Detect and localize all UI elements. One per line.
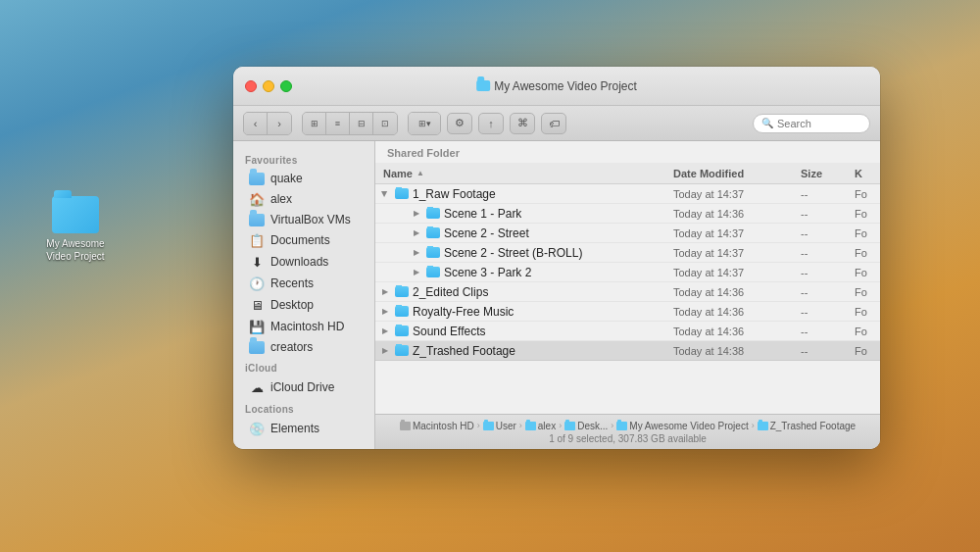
file-name: 1_Raw Footage bbox=[413, 187, 496, 201]
sidebar-item-desktop[interactable]: 🖥 Desktop bbox=[237, 294, 370, 316]
breadcrumb-item[interactable]: Desk... bbox=[564, 421, 608, 431]
minimize-button[interactable] bbox=[263, 80, 274, 92]
file-date: Today at 14:36 bbox=[669, 326, 797, 337]
table-row[interactable]: ▶ Scene 2 - Street Today at 14:37 -- Fo bbox=[375, 224, 880, 243]
maximize-button[interactable] bbox=[280, 80, 292, 92]
breadcrumb-label: Macintosh HD bbox=[413, 421, 474, 431]
downloads-icon: ⬇ bbox=[249, 254, 265, 270]
breadcrumb-item[interactable]: User bbox=[483, 421, 516, 431]
sidebar-item-label: VirtualBox VMs bbox=[270, 213, 351, 226]
sidebar-item-creators[interactable]: creators bbox=[237, 337, 370, 357]
search-input[interactable] bbox=[777, 118, 861, 129]
folder-icon bbox=[426, 208, 440, 219]
desktop-icon[interactable]: My AwesomeVideo Project bbox=[41, 196, 110, 263]
sidebar-item-recents[interactable]: 🕐 Recents bbox=[237, 273, 370, 294]
shared-folder-label: Shared Folder bbox=[375, 141, 880, 163]
file-name-cell: ▶ 1_Raw Footage bbox=[375, 187, 669, 201]
breadcrumb-item[interactable]: alex bbox=[525, 421, 556, 431]
sidebar-item-label: alex bbox=[270, 192, 292, 206]
file-name-cell: ▶ Royalty-Free Music bbox=[375, 305, 669, 319]
gallery-view-button[interactable]: ⊡ bbox=[373, 113, 397, 134]
file-date: Today at 14:36 bbox=[669, 208, 797, 220]
folder-icon bbox=[564, 422, 575, 430]
file-name: Scene 2 - Street (B-ROLL) bbox=[444, 246, 582, 260]
breadcrumb-separator: › bbox=[559, 421, 562, 430]
folder-icon bbox=[426, 227, 440, 238]
column-name[interactable]: Name ▲ bbox=[375, 168, 669, 179]
sidebar-item-quake[interactable]: quake bbox=[237, 169, 370, 188]
sidebar-item-virtualbox[interactable]: VirtualBox VMs bbox=[237, 210, 370, 229]
sidebar-item-documents[interactable]: 📋 Documents bbox=[237, 229, 370, 251]
expand-arrow[interactable]: ▶ bbox=[379, 306, 391, 318]
expand-arrow[interactable]: ▶ bbox=[379, 188, 391, 200]
breadcrumb-separator: › bbox=[519, 421, 522, 430]
view-buttons: ⊞ ≡ ⊟ ⊡ bbox=[302, 112, 398, 135]
expand-arrow[interactable]: ▶ bbox=[411, 208, 422, 220]
table-row[interactable]: ▶ Sound Effects Today at 14:36 -- Fo bbox=[375, 322, 880, 341]
search-bar[interactable]: 🔍 bbox=[753, 114, 870, 133]
sidebar-item-elements[interactable]: 💿 Elements bbox=[237, 418, 370, 439]
file-name-cell: ▶ 2_Edited Clips bbox=[375, 285, 669, 299]
tag-button[interactable]: 🏷 bbox=[541, 113, 566, 134]
icon-view-button[interactable]: ⊞ bbox=[303, 113, 326, 134]
breadcrumb-item[interactable]: My Awesome Video Project bbox=[616, 421, 748, 431]
expand-arrow[interactable]: ▶ bbox=[411, 247, 422, 259]
file-kind: Fo bbox=[851, 326, 880, 337]
window-folder-icon bbox=[476, 80, 490, 91]
column-date[interactable]: Date Modified bbox=[669, 168, 797, 179]
expand-arrow[interactable]: ▶ bbox=[379, 345, 391, 357]
folder-icon bbox=[249, 214, 265, 226]
expand-arrow[interactable]: ▶ bbox=[379, 326, 391, 337]
breadcrumb-label: My Awesome Video Project bbox=[629, 421, 748, 431]
forward-button[interactable]: › bbox=[268, 113, 291, 134]
column-view-button[interactable]: ⊟ bbox=[350, 113, 373, 134]
sidebar-item-alex[interactable]: 🏠 alex bbox=[237, 188, 370, 210]
table-row[interactable]: ▶ 1_Raw Footage Today at 14:37 -- Fo bbox=[375, 184, 880, 204]
file-name-cell: ▶ Sound Effects bbox=[375, 325, 669, 338]
sidebar-item-downloads[interactable]: ⬇ Downloads bbox=[237, 251, 370, 273]
table-row[interactable]: ▶ Scene 2 - Street (B-ROLL) Today at 14:… bbox=[375, 243, 880, 263]
column-size[interactable]: Size bbox=[797, 168, 851, 179]
action-button[interactable]: ⚙ bbox=[447, 113, 472, 134]
expand-arrow[interactable]: ▶ bbox=[379, 286, 391, 298]
file-date: Today at 14:36 bbox=[669, 306, 797, 318]
toolbar: ‹ › ⊞ ≡ ⊟ ⊡ ⊞▾ ⚙ ↑ ⌘ 🏷 🔍 bbox=[233, 106, 880, 141]
title-bar: My Awesome Video Project bbox=[233, 67, 880, 106]
group-by-button[interactable]: ⊞▾ bbox=[409, 113, 440, 134]
table-row[interactable]: ▶ Royalty-Free Music Today at 14:36 -- F… bbox=[375, 302, 880, 322]
list-view-button[interactable]: ≡ bbox=[326, 113, 350, 134]
main-content: Favourites quake 🏠 alex VirtualBox VMs 📋… bbox=[233, 141, 880, 449]
table-row[interactable]: ▶ Scene 3 - Park 2 Today at 14:37 -- Fo bbox=[375, 263, 880, 282]
breadcrumb-item[interactable]: Macintosh HD bbox=[400, 421, 474, 431]
file-kind: Fo bbox=[851, 247, 880, 259]
expand-arrow[interactable]: ▶ bbox=[411, 267, 422, 278]
file-size: -- bbox=[797, 267, 851, 278]
back-button[interactable]: ‹ bbox=[244, 113, 268, 134]
folder-icon bbox=[426, 247, 440, 258]
file-kind: Fo bbox=[851, 267, 880, 278]
sidebar-item-macintoshhd[interactable]: 💾 Macintosh HD bbox=[237, 316, 370, 337]
table-row[interactable]: ▶ 2_Edited Clips Today at 14:36 -- Fo bbox=[375, 282, 880, 302]
expand-arrow[interactable]: ▶ bbox=[411, 227, 422, 239]
sidebar-item-icloud[interactable]: ☁ iCloud Drive bbox=[237, 376, 370, 398]
file-name: Royalty-Free Music bbox=[413, 305, 514, 319]
breadcrumb-label: User bbox=[496, 421, 516, 431]
file-kind: Fo bbox=[851, 208, 880, 220]
file-size: -- bbox=[797, 227, 851, 239]
folder-icon bbox=[483, 422, 494, 430]
close-button[interactable] bbox=[245, 80, 257, 92]
table-row[interactable]: ▶ Scene 1 - Park Today at 14:36 -- Fo bbox=[375, 204, 880, 224]
file-name: Z_Trashed Footage bbox=[413, 344, 515, 358]
nav-buttons: ‹ › bbox=[243, 112, 292, 135]
folder-icon bbox=[525, 422, 536, 430]
file-name: Scene 1 - Park bbox=[444, 207, 521, 221]
table-row[interactable]: ▶ Z_Trashed Footage Today at 14:38 -- Fo bbox=[375, 341, 880, 361]
column-kind[interactable]: K bbox=[851, 168, 880, 179]
breadcrumb-separator: › bbox=[752, 421, 755, 430]
file-area: Shared Folder Name ▲ Date Modified Size … bbox=[375, 141, 880, 449]
share-button[interactable]: ↑ bbox=[478, 113, 504, 134]
breadcrumb-item[interactable]: Z_Trashed Footage bbox=[758, 421, 856, 431]
sidebar-item-label: Macintosh HD bbox=[270, 320, 344, 333]
folder-icon bbox=[395, 306, 409, 317]
link-button[interactable]: ⌘ bbox=[510, 113, 535, 134]
